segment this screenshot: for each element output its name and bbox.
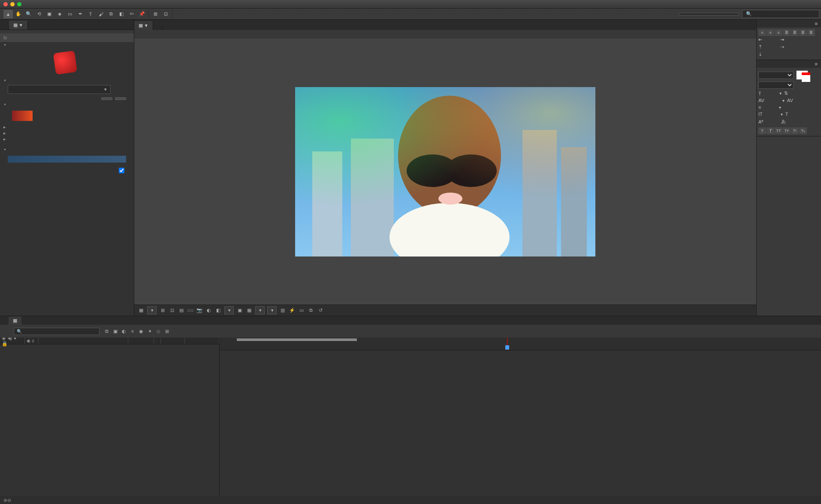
fast-preview-icon[interactable]: ⚡	[289, 307, 296, 314]
resolution-icon[interactable]: ⊞	[159, 307, 166, 314]
camera-dropdown[interactable]: ▾	[255, 306, 265, 314]
brainstorm-icon[interactable]: ✦	[146, 327, 154, 335]
font-family-dropdown[interactable]	[758, 72, 794, 79]
color-clamping-group[interactable]	[0, 136, 134, 142]
effect-breadcrumb	[0, 30, 134, 33]
hand-tool[interactable]: ✋	[14, 10, 23, 18]
paragraph-panel-header[interactable]: ≡	[757, 20, 821, 27]
roto-brush-tool[interactable]: ✄	[127, 10, 136, 18]
zoom-tool[interactable]: 🔍	[24, 10, 33, 18]
timeline-tracks[interactable]	[220, 338, 821, 496]
panel-menu-icon[interactable]: ≡	[815, 61, 818, 66]
world-axis-icon[interactable]: ⊡	[161, 10, 170, 18]
safe-zones-icon[interactable]: ⊡	[169, 307, 175, 314]
font-size-icon: T	[758, 91, 761, 96]
zoom-dropdown[interactable]: ▾	[147, 306, 157, 314]
fx-toggle-icon[interactable]: fx	[3, 35, 7, 40]
help-group[interactable]	[0, 42, 134, 48]
panel-menu-icon[interactable]: ≡	[815, 21, 818, 26]
layer-search-input[interactable]: 🔍	[14, 328, 100, 335]
maximize-window-button[interactable]	[17, 2, 21, 6]
brush-tool[interactable]: 🖌	[96, 10, 106, 18]
close-window-button[interactable]	[3, 2, 8, 6]
subscript-button[interactable]: T₁	[799, 127, 807, 134]
choose-preset-dropdown[interactable]: ▾	[8, 85, 111, 94]
time-ruler[interactable]	[220, 338, 821, 350]
pen-tool[interactable]: ✒	[75, 10, 85, 18]
timeline-comp-tab[interactable]: ▦	[9, 317, 21, 325]
align-center-button[interactable]: ≡	[767, 29, 774, 36]
composite-on-original-checkbox[interactable]	[119, 168, 124, 173]
light-leak-group[interactable]	[0, 102, 134, 107]
motion-blur-icon[interactable]: ◉	[137, 327, 145, 335]
justify-all-button[interactable]: ≣	[807, 29, 815, 36]
rotate-tool[interactable]: ⟲	[34, 10, 44, 18]
all-caps-button[interactable]: TT	[775, 127, 782, 134]
comp-mini-flowchart-icon[interactable]: ⧉	[103, 327, 111, 335]
workspace-dropdown[interactable]	[679, 13, 739, 15]
reset-exposure-icon[interactable]: ↺	[317, 307, 324, 314]
extra-group[interactable]	[0, 147, 134, 152]
superscript-button[interactable]: T¹	[791, 127, 799, 134]
faux-bold-button[interactable]: T	[758, 127, 766, 134]
work-area-bar[interactable]	[237, 338, 357, 341]
presets-group[interactable]	[0, 78, 134, 83]
channel-icon[interactable]: ◐	[205, 307, 212, 314]
zoom-in-icon[interactable]: ⊕	[3, 498, 7, 503]
text-tool[interactable]: T	[86, 10, 95, 18]
transparency-grid-icon[interactable]: ▦	[246, 307, 253, 314]
shape-tool[interactable]: ▭	[65, 10, 75, 18]
selection-tool[interactable]: ▲	[3, 10, 13, 18]
faux-italic-button[interactable]: T	[767, 127, 774, 134]
search-help-input[interactable]: 🔍	[742, 10, 819, 18]
geometry-group[interactable]	[0, 124, 134, 130]
always-preview-icon[interactable]: ▦	[138, 307, 145, 314]
frame-info	[3, 331, 10, 332]
eraser-tool[interactable]: ◧	[117, 10, 126, 18]
roi-icon[interactable]: ▣	[236, 307, 243, 314]
composition-viewer[interactable]	[134, 39, 756, 305]
minimize-window-button[interactable]	[10, 2, 15, 6]
small-caps-button[interactable]: Tᴛ	[783, 127, 791, 134]
flowchart-icon[interactable]: ⧉	[308, 307, 314, 314]
grid-icon[interactable]: ▤	[178, 307, 185, 314]
auto-keyframe-icon[interactable]: ◇	[154, 327, 162, 335]
composition-icon: ▦	[13, 318, 17, 323]
stylization-group[interactable]	[0, 130, 134, 136]
local-axis-icon[interactable]: ⊞	[151, 10, 160, 18]
composition-tab[interactable]: ▦ ▼	[134, 21, 153, 30]
views-dropdown[interactable]: ▾	[267, 306, 277, 314]
effect-controls-tab[interactable]: ▦ ▼	[9, 21, 28, 30]
color-mgmt-icon[interactable]: ◧	[215, 307, 222, 314]
character-panel-header[interactable]: ≡	[757, 60, 821, 68]
camera-tool[interactable]: ▣	[45, 10, 54, 18]
draft-3d-icon[interactable]: ▣	[112, 327, 119, 335]
resolution-dropdown[interactable]: ▾	[224, 306, 234, 314]
justify-last-right-button[interactable]: ≣	[799, 29, 807, 36]
pixel-aspect-icon[interactable]: ▥	[279, 307, 286, 314]
saveas-preset-button[interactable]	[115, 97, 126, 100]
align-left-button[interactable]: ≡	[758, 29, 766, 36]
justify-last-left-button[interactable]: ≣	[783, 29, 791, 36]
layer-tab[interactable]	[153, 27, 162, 30]
comp-flowpath[interactable]	[134, 30, 756, 39]
snapshot-icon[interactable]: 📷	[196, 307, 203, 314]
open-preset-button[interactable]	[101, 97, 112, 100]
graph-editor-icon[interactable]: ⊞	[163, 327, 171, 335]
hide-shy-layers-icon[interactable]: ◐	[120, 327, 128, 335]
project-tab[interactable]	[0, 26, 9, 30]
preview-timecode[interactable]	[187, 309, 193, 312]
fill-stroke-swatch[interactable]	[796, 70, 808, 80]
puppet-tool[interactable]: 📌	[137, 10, 147, 18]
playhead[interactable]	[507, 338, 507, 350]
frame-blend-icon[interactable]: ≡	[129, 327, 136, 335]
timeline-icon[interactable]: ▭	[298, 307, 305, 314]
light-leak-item[interactable]	[0, 107, 134, 124]
align-right-button[interactable]: ≡	[775, 29, 782, 36]
font-style-dropdown[interactable]	[758, 81, 794, 89]
zoom-out-icon[interactable]: ⊖	[7, 498, 11, 503]
justify-last-center-button[interactable]: ≣	[791, 29, 799, 36]
pan-behind-tool[interactable]: ◈	[55, 10, 64, 18]
clone-stamp-tool[interactable]: ⧉	[106, 10, 116, 18]
hscale-icon: T	[785, 112, 788, 117]
